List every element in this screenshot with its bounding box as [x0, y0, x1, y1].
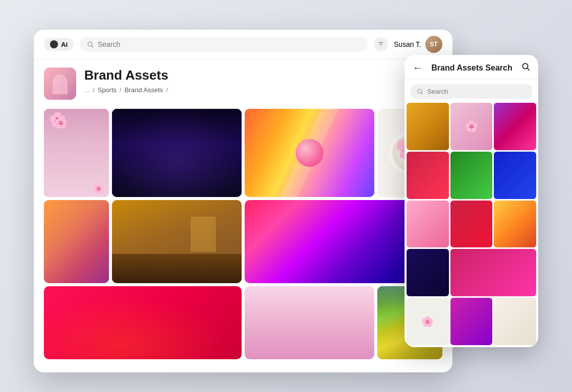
mobile-search-icon-input [417, 88, 423, 95]
ai-toggle[interactable]: Ai [44, 38, 74, 51]
mobile-title: Brand Assets Search [431, 63, 512, 73]
breadcrumb: ... / Sports / Brand Assets / [84, 86, 168, 94]
mobile-grid-item-7[interactable] [407, 201, 449, 248]
mobile-grid-item-14[interactable] [494, 298, 536, 345]
svg-line-8 [421, 93, 423, 94]
user-info: Susan T. ST [394, 36, 442, 53]
svg-point-0 [88, 42, 92, 46]
mobile-search-bar [411, 84, 532, 99]
grid-item-room[interactable] [112, 200, 242, 283]
scene: Ai Susan T. ST [34, 15, 538, 377]
grid-item-woman-makeup[interactable] [245, 286, 374, 359]
mobile-grid-item-13[interactable] [450, 298, 493, 345]
mobile-search-icon[interactable] [521, 62, 530, 74]
svg-line-1 [92, 46, 93, 47]
desktop-window: Ai Susan T. ST [34, 30, 452, 372]
mobile-grid: 🌸 🌸 [405, 103, 538, 347]
breadcrumb-sep2: / [120, 86, 122, 94]
grid-item-tennis-ball[interactable] [245, 109, 374, 197]
grid-area: 🌸 🌸 🌸 [34, 104, 452, 372]
svg-point-5 [523, 63, 528, 69]
ai-label: Ai [61, 41, 68, 48]
svg-line-6 [527, 68, 529, 70]
search-input[interactable] [98, 40, 361, 48]
mobile-grid-item-2[interactable]: 🌸 [450, 103, 493, 150]
search-container [80, 37, 368, 52]
mobile-panel: ← Brand Assets Search 🌸 [405, 55, 538, 347]
grid-item-man-headphones[interactable] [44, 286, 242, 359]
mobile-grid-item-12[interactable]: 🌸 [407, 298, 449, 345]
grid-item-tennis-player[interactable] [44, 200, 109, 283]
mobile-back-button[interactable]: ← [413, 62, 423, 74]
photo-grid: 🌸 🌸 🌸 [44, 109, 442, 362]
mobile-grid-item-1[interactable] [407, 103, 449, 150]
header-text: Brand Assets ... / Sports / Brand Assets… [84, 68, 168, 94]
breadcrumb-brand-assets[interactable]: Brand Assets [125, 86, 163, 94]
page-header: Brand Assets ... / Sports / Brand Assets… [34, 59, 452, 104]
mobile-topbar: ← Brand Assets Search [405, 55, 538, 79]
svg-point-7 [418, 89, 422, 93]
breadcrumb-sports[interactable]: Sports [97, 86, 117, 94]
mobile-grid-item-10[interactable] [407, 249, 449, 296]
avatar: ST [425, 36, 442, 53]
filter-button[interactable] [374, 37, 388, 51]
grid-item-woman-pink[interactable]: 🌸 🌸 [44, 109, 109, 197]
mobile-grid-item-9[interactable] [494, 201, 536, 248]
grid-item-woman-sunglasses[interactable] [112, 109, 242, 197]
topbar: Ai Susan T. ST [34, 30, 452, 59]
header-thumbnail [44, 68, 76, 100]
mobile-grid-item-4[interactable] [407, 152, 449, 199]
mobile-grid-item-8[interactable] [450, 201, 493, 248]
mobile-grid-item-11[interactable] [450, 249, 536, 296]
page-title: Brand Assets [84, 68, 168, 83]
mobile-search-input[interactable] [427, 88, 526, 95]
mobile-grid-item-5[interactable] [450, 152, 493, 199]
search-icon [87, 41, 94, 48]
breadcrumb-dots: ... [84, 86, 90, 94]
toggle-dot [50, 40, 58, 48]
user-name: Susan T. [394, 40, 421, 48]
mobile-grid-item-3[interactable] [494, 103, 536, 150]
breadcrumb-sep3: / [166, 86, 168, 94]
mobile-grid-item-6[interactable] [494, 152, 536, 199]
breadcrumb-sep1: / [93, 86, 95, 94]
